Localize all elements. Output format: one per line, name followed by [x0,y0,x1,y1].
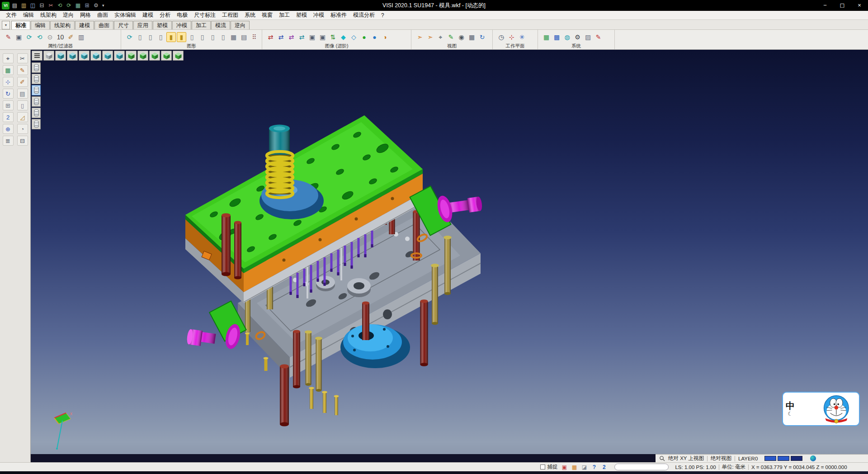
redo-icon[interactable]: ⟳ [65,2,73,9]
ribbon-tab[interactable]: 建模 [75,21,94,29]
plane-grid-icon[interactable]: ▦ [3,65,14,75]
workplane-snap-icon[interactable]: ◪ [580,464,588,471]
shade-style-7-icon[interactable]: ▯ [218,32,228,42]
view-bottom-icon[interactable] [126,51,137,61]
display-mode-3-icon[interactable] [32,85,41,95]
display-mode-2-icon[interactable] [32,74,41,84]
ribbon-tab[interactable]: 标准 [11,21,30,29]
menu-item[interactable]: 线架构 [37,11,60,19]
menu-item[interactable]: 工程图 [219,11,241,19]
display-mode-4-icon[interactable] [32,96,41,107]
help-icon[interactable]: ? [590,464,598,471]
ribbon-tab[interactable]: 线架构 [50,21,75,29]
filter-pencil-icon[interactable]: ✐ [66,32,75,42]
window-layout-icon[interactable]: ⊞ [83,2,91,9]
layer-manager-icon[interactable]: ▦ [542,32,551,42]
menu-item[interactable]: 文件 [3,11,20,19]
selection-filter-icon[interactable]: ⌖ [3,53,14,63]
grid-snap-icon[interactable]: ▦ [570,464,578,471]
filter-layers-icon[interactable]: ▥ [76,32,86,42]
screen-2-icon[interactable]: ▣ [318,32,327,42]
render-pie-icon[interactable]: ◑ [380,32,390,42]
quick-access-dropdown[interactable]: ▾ [102,3,104,8]
ribbon-tab[interactable]: 模流 [211,21,230,29]
orbit-2-icon[interactable]: ➣ [425,32,435,42]
snap-toggle[interactable]: 捕捉 [540,464,557,470]
zoom-target-icon[interactable]: ⌖ [436,32,445,42]
refresh-cw-icon[interactable]: ⟳ [24,32,34,42]
two-points-icon[interactable]: 2 [3,112,14,122]
search-icon[interactable] [659,455,665,461]
section-view-icon[interactable]: ▤ [239,32,249,42]
view-reference-label[interactable]: 绝对视图 [711,455,731,462]
view-left-icon[interactable] [102,51,113,61]
menu-item[interactable]: 建模 [139,11,156,19]
menu-item[interactable]: 实体编辑 [111,11,139,19]
menu-item[interactable]: 系统 [241,11,259,19]
view-dimetric-icon[interactable] [149,51,160,61]
workplane-axis-icon[interactable]: ⊹ [507,32,516,42]
view-trimetric-icon[interactable] [161,51,172,61]
compare-blue-icon[interactable]: ⇄ [276,32,286,42]
shade-active-1-icon[interactable]: ▮ [166,32,176,42]
view-axonometric-icon[interactable] [137,51,148,61]
side-lock-left[interactable] [186,301,246,351]
render-mode-icon[interactable] [810,455,816,461]
options-icon[interactable]: ⚙ [92,2,100,9]
view-rotate-icon[interactable]: ↻ [477,32,487,42]
shade-style-6-icon[interactable]: ▯ [208,32,217,42]
layer-color-swatch[interactable] [764,456,776,461]
update-arrows-icon[interactable]: ⇅ [328,32,338,42]
ribbon-tab[interactable]: 冲模 [172,21,191,29]
view-right-icon[interactable] [114,51,125,61]
orbit-1-icon[interactable]: ➣ [415,32,425,42]
compare-teal-icon[interactable]: ⇄ [297,32,307,42]
menu-item[interactable]: 模流分析 [350,11,378,19]
spring-plunger[interactable] [267,125,293,198]
move-element-icon[interactable]: ⊹ [3,77,14,87]
print-icon[interactable]: ⊟ [38,2,46,9]
sketch-pencil-icon[interactable]: ✎ [17,65,28,75]
layer-color-swatch[interactable] [778,456,789,461]
render-diamond-small-icon[interactable]: ◇ [349,32,359,42]
open-document-icon[interactable]: ▥ [20,2,28,9]
shade-style-4-icon[interactable]: ▯ [187,32,197,42]
close-button[interactable]: × [851,0,868,11]
menu-item[interactable]: 网格 [77,11,94,19]
cut-icon[interactable]: ✂ [47,2,55,9]
menu-item[interactable]: 分析 [156,11,174,19]
menu-item[interactable]: 加工 [276,11,293,19]
ribbon-tab[interactable]: 塑模 [153,21,172,29]
shade-style-2-icon[interactable]: ▯ [146,32,155,42]
compare-red-icon[interactable]: ⇄ [266,32,275,42]
menu-item[interactable]: ? [378,12,387,19]
menu-item[interactable]: 逆向 [60,11,77,19]
ime-panel[interactable]: 中 ☾ [782,392,860,426]
menu-item[interactable]: 冲模 [310,11,327,19]
display-mode-6-icon[interactable] [32,119,41,129]
ribbon-tab[interactable]: 曲面 [94,21,113,29]
point-cloud-icon[interactable]: ⠿ [250,32,259,42]
protractor-icon[interactable]: ◔ [17,124,28,134]
ime-crescent-icon[interactable]: ☾ [788,411,793,417]
sheet-body-icon[interactable]: ▤ [17,89,28,99]
view-back-icon[interactable] [90,51,101,61]
display-mode-5-icon[interactable] [32,108,41,118]
osnap-icon[interactable]: ▣ [560,464,568,471]
system-edit-icon[interactable]: ✎ [594,32,603,42]
capture-icon[interactable]: ▦ [74,2,82,9]
menu-item[interactable]: 视窗 [259,11,276,19]
menu-item[interactable]: 尺寸标注 [191,11,219,19]
workplane-clock-icon[interactable]: ◷ [496,32,506,42]
disc-pillar[interactable] [362,301,369,340]
clamp-disc[interactable] [340,324,410,368]
layer-2-icon[interactable]: 2 [600,464,608,471]
view-wireframe-icon[interactable] [43,51,54,61]
attribute-viewer-icon[interactable]: ▣ [14,32,24,42]
mold-3d-model[interactable] [31,50,868,454]
snap-checkbox[interactable] [540,465,545,469]
wire-box-icon[interactable]: ▦ [229,32,238,42]
globe-icon[interactable]: ◍ [562,32,572,42]
minimize-button[interactable]: − [816,0,834,11]
plotter-icon[interactable]: ⊟ [17,136,28,146]
